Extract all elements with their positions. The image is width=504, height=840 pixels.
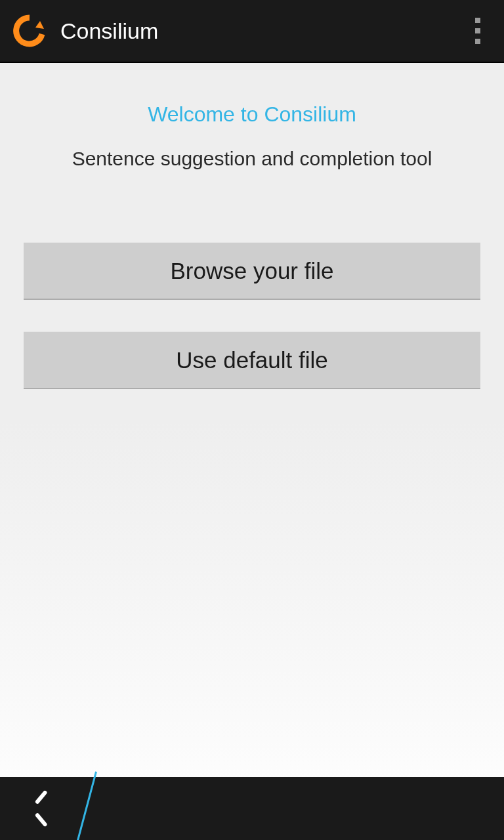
browse-file-button[interactable]: Browse your file — [24, 242, 480, 300]
navigation-bar — [0, 777, 504, 840]
welcome-title: Welcome to Consilium — [24, 102, 480, 127]
main-content: Welcome to Consilium Sentence suggestion… — [0, 63, 504, 421]
chevron-left-icon — [36, 797, 49, 820]
app-title: Consilium — [60, 18, 465, 44]
subtitle-text: Sentence suggestion and completion tool — [24, 148, 480, 170]
action-bar: Consilium — [0, 0, 504, 63]
back-button[interactable] — [0, 777, 85, 840]
overflow-menu-icon[interactable] — [465, 14, 491, 47]
app-logo-icon — [13, 14, 46, 47]
use-default-file-button[interactable]: Use default file — [24, 331, 480, 389]
